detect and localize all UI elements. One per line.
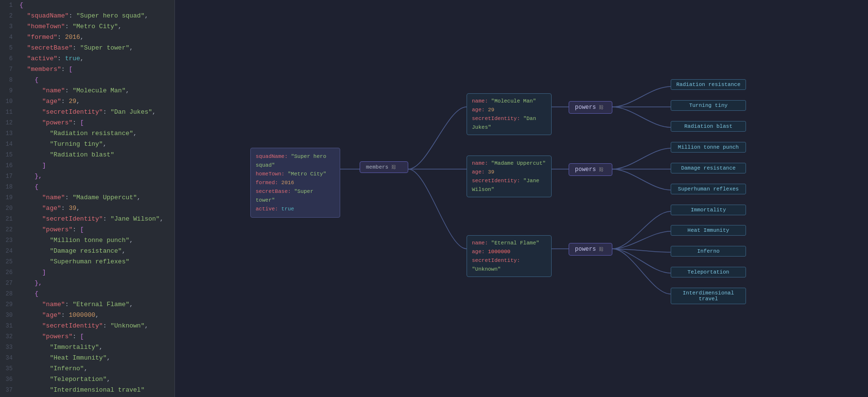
code-line: 15 "Radiation blast" [0,150,174,160]
line-content: }, [17,278,174,288]
code-line: 2 "squadName": "Super hero squad", [0,11,174,21]
ef-name: name: "Eternal Flame" [472,239,546,247]
code-line: 27 }, [0,278,174,289]
member-molecule-man: name: "Molecule Man" age: 29 secretIdent… [467,93,552,135]
line-content: "Interdimensional travel" [17,385,174,395]
graph-panel: squadName: "Super hero squad" homeTown: … [175,0,868,397]
code-line: 6 "active": true, [0,53,174,64]
line-content: }, [17,172,174,181]
code-line: 23 "Million tonne punch", [0,235,174,246]
code-line: 21 "secretIdentity": "Jane Wilson", [0,214,174,224]
member-eternal-flame: name: "Eternal Flame" age: 1000000 secre… [467,235,552,277]
mm-age: age: 29 [472,105,546,114]
line-number: 14 [0,139,17,149]
line-content: ] [17,268,174,277]
mm-name: name: "Molecule Man" [472,97,546,105]
mu-name: name: "Madame Uppercut" [472,159,546,168]
power-heat-immunity: Heat Immunity [671,225,746,236]
powers-label-1: powers [575,104,596,111]
line-content: "powers": [ [17,332,174,342]
line-content: "squadName": "Super hero squad", [17,11,174,21]
line-number: 35 [0,364,17,374]
line-number: 37 [0,385,17,395]
code-line: 26 ] [0,267,174,278]
code-line: 22 "powers": [ [0,224,174,235]
code-line: 33 "Immortality", [0,342,174,353]
line-number: 10 [0,97,17,106]
line-number: 27 [0,278,17,288]
members-button[interactable]: members ⛓ [360,161,408,173]
root-secretbase: secretBase: "Super tower" [256,187,335,205]
code-line: 11 "secretIdentity": "Dan Jukes", [0,107,174,118]
code-line: 19 "name": "Madame Uppercut", [0,192,174,203]
line-number: 18 [0,182,17,192]
line-content: "name": "Eternal Flame", [17,300,174,310]
line-number: 17 [0,172,17,181]
code-line: 30 "age": 1000000, [0,310,174,321]
code-line: 36 "Teleportation", [0,374,174,385]
code-line: 5 "secretBase": "Super tower", [0,43,174,53]
root-node: squadName: "Super hero squad" homeTown: … [250,148,340,218]
line-content: "secretIdentity": "Dan Jukes", [17,107,174,117]
code-line: 25 "Superhuman reflexes" [0,257,174,267]
code-line: 16 ] [0,160,174,171]
powers-button-1[interactable]: powers ⛓ [569,101,612,114]
line-number: 15 [0,150,17,160]
line-number: 11 [0,107,17,117]
line-content: "secretIdentity": "Jane Wilson", [17,214,174,224]
members-label: members [366,164,388,170]
code-editor[interactable]: 1{2 "squadName": "Super hero squad",3 "h… [0,0,175,397]
code-line: 34 "Heat Immunity", [0,353,174,363]
ef-identity: secretIdentity: "Unknown" [472,256,546,274]
mu-identity: secretIdentity: "Jane Wilson" [472,176,546,194]
powers-label-3: powers [575,246,596,253]
line-number: 2 [0,11,17,21]
line-content: "powers": [ [17,118,174,128]
line-content: { [17,0,174,10]
power-superhuman-reflexes: Superhuman reflexes [671,184,746,194]
line-content: "homeTown": "Metro City", [17,22,174,32]
root-formed: formed: 2016 [256,178,335,187]
line-content: "Superhuman reflexes" [17,257,174,267]
members-link-icon: ⛓ [391,164,396,170]
line-content: ] [17,161,174,171]
line-content: "age": 29, [17,97,174,106]
line-number: 29 [0,300,17,310]
powers-label-2: powers [575,166,596,173]
line-content: { [17,182,174,192]
code-line: 35 "Inferno", [0,363,174,374]
line-number: 32 [0,332,17,342]
line-number: 20 [0,204,17,213]
line-number: 34 [0,353,17,363]
code-line: 20 "age": 39, [0,203,174,214]
code-line: 9 "name": "Molecule Man", [0,86,174,96]
line-number: 31 [0,321,17,331]
line-content: "name": "Molecule Man", [17,86,174,96]
root-squadname: squadName: "Super hero squad" [256,152,335,170]
line-number: 12 [0,118,17,128]
line-number: 9 [0,86,17,96]
line-number: 3 [0,22,17,32]
code-line: 18 { [0,182,174,192]
code-line: 24 "Damage resistance", [0,246,174,257]
power-radiation-resistance: Radiation resistance [671,79,746,90]
root-hometown: homeTown: "Metro City" [256,170,335,178]
code-line: 17 }, [0,171,174,182]
root-active: active: true [256,205,335,213]
line-content: "secretIdentity": "Unknown", [17,321,174,331]
power-turning-tiny: Turning tiny [671,100,746,111]
line-content: "age": 1000000, [17,311,174,320]
line-number: 21 [0,214,17,224]
line-content: "powers": [ [17,225,174,235]
line-content: "Million tonne punch", [17,236,174,245]
line-number: 25 [0,257,17,267]
powers-button-3[interactable]: powers ⛓ [569,243,612,256]
power-interdimensional: Interdimensional travel [671,288,746,304]
power-damage-resistance: Damage resistance [671,163,746,173]
code-line: 8 { [0,75,174,86]
line-number: 1 [0,0,17,10]
line-content: { [17,289,174,299]
powers-button-2[interactable]: powers ⛓ [569,163,612,176]
line-number: 28 [0,289,17,299]
code-line: 13 "Radiation resistance", [0,128,174,139]
